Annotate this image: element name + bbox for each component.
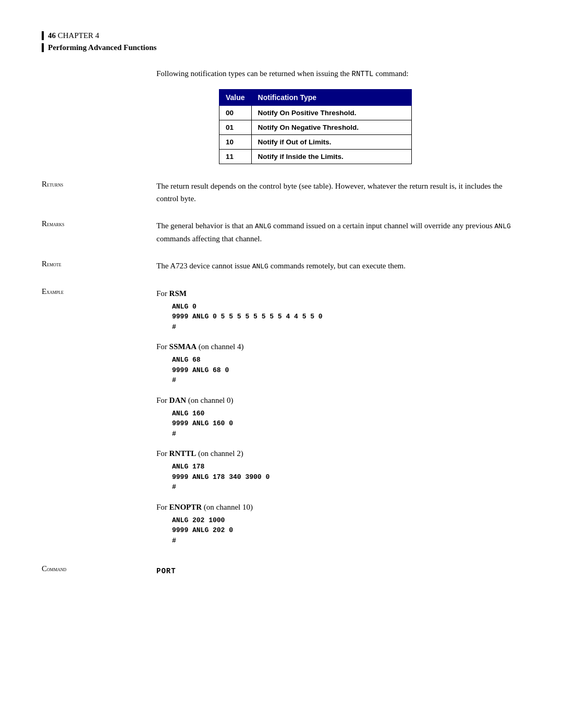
code-line: ANLG 160 bbox=[172, 409, 521, 419]
table-cell-value: 11 bbox=[219, 150, 252, 164]
table-row: 10Notify if Out of Limits. bbox=[219, 135, 412, 150]
chapter-label: CHAPTER 4 bbox=[58, 31, 100, 40]
table-header-row: Value Notification Type bbox=[219, 90, 412, 106]
command-label: Command bbox=[42, 564, 156, 577]
code-line: ANLG 0 bbox=[172, 302, 521, 312]
rnttl-bold: RNTTL bbox=[169, 449, 197, 458]
table-row: 01Notify On Negative Threshold. bbox=[219, 120, 412, 135]
rsm-for-label: For RSM bbox=[156, 287, 521, 300]
remarks-body: The general behavior is that an ANLG com… bbox=[156, 219, 521, 249]
table-row: 11Notify if Inside the Limits. bbox=[219, 150, 412, 164]
ssmaa-code: ANLG 689999 ANLG 68 0# bbox=[172, 355, 521, 386]
remarks-label: Remarks bbox=[42, 219, 156, 249]
example-ssmaa: For SSMAA (on channel 4) ANLG 689999 ANL… bbox=[156, 340, 521, 386]
col-header-notification: Notification Type bbox=[251, 90, 411, 106]
ssmaa-for-label: For SSMAA (on channel 4) bbox=[156, 340, 521, 353]
example-dan: For DAN (on channel 0) ANLG 1609999 ANLG… bbox=[156, 394, 521, 439]
table-cell-value: 10 bbox=[219, 135, 252, 150]
chapter-bar: 46 CHAPTER 4 bbox=[42, 31, 99, 40]
returns-label: Returns bbox=[42, 180, 156, 209]
table-cell-notification: Notify if Inside the Limits. bbox=[251, 150, 411, 164]
returns-body: The return result depends on the control… bbox=[156, 180, 521, 209]
code-line: 9999 ANLG 68 0 bbox=[172, 365, 521, 376]
command-value: PORT bbox=[156, 567, 176, 575]
example-enoptr: For ENOPTR (on channel 10) ANLG 202 1000… bbox=[156, 501, 521, 546]
code-line: # bbox=[172, 429, 521, 439]
code-line: # bbox=[172, 482, 521, 492]
dan-for-label: For DAN (on channel 0) bbox=[156, 394, 521, 406]
section-title: Performing Advanced Functions bbox=[42, 43, 521, 52]
remote-body: The A723 device cannot issue ANLG comman… bbox=[156, 260, 521, 277]
code-line: # bbox=[172, 322, 521, 332]
code-line: ANLG 202 1000 bbox=[172, 515, 521, 526]
intro-text: Following notification types can be retu… bbox=[156, 68, 521, 80]
remote-label: Remote bbox=[42, 260, 156, 277]
intro-text1: Following notification types can be retu… bbox=[156, 69, 350, 78]
dan-code: ANLG 1609999 ANLG 160 0# bbox=[172, 409, 521, 439]
dan-bold: DAN bbox=[169, 396, 187, 404]
enoptr-bold: ENOPTR bbox=[169, 503, 202, 511]
table-container: Value Notification Type 00Notify On Posi… bbox=[219, 89, 521, 164]
page-number: 46 bbox=[48, 31, 56, 40]
rnttl-for-label: For RNTTL (on channel 2) bbox=[156, 447, 521, 460]
rsm-code: ANLG 09999 ANLG 0 5 5 5 5 5 5 5 5 4 4 5 … bbox=[172, 302, 521, 332]
code-line: 9999 ANLG 202 0 bbox=[172, 525, 521, 536]
table-cell-value: 00 bbox=[219, 106, 252, 120]
remote-section: Remote The A723 device cannot issue ANLG… bbox=[42, 260, 521, 277]
rsm-bold: RSM bbox=[169, 289, 187, 298]
table-cell-notification: Notify On Negative Threshold. bbox=[251, 120, 411, 135]
remarks-section: Remarks The general behavior is that an … bbox=[42, 219, 521, 249]
table-row: 00Notify On Positive Threshold. bbox=[219, 106, 412, 120]
table-cell-notification: Notify On Positive Threshold. bbox=[251, 106, 411, 120]
table-cell-notification: Notify if Out of Limits. bbox=[251, 135, 411, 150]
col-header-value: Value bbox=[219, 90, 252, 106]
code-line: 9999 ANLG 160 0 bbox=[172, 418, 521, 429]
code-line: ANLG 68 bbox=[172, 355, 521, 365]
intro-command: RNTTL bbox=[352, 70, 374, 78]
command-section: Command PORT bbox=[42, 564, 521, 577]
example-rsm: For RSM ANLG 09999 ANLG 0 5 5 5 5 5 5 5 … bbox=[156, 287, 521, 332]
example-section: Example For RSM ANLG 09999 ANLG 0 5 5 5 … bbox=[42, 287, 521, 554]
ssmaa-bold: SSMAA bbox=[169, 342, 197, 351]
code-line: 9999 ANLG 0 5 5 5 5 5 5 5 5 4 4 5 5 0 bbox=[172, 312, 521, 322]
enoptr-code: ANLG 202 10009999 ANLG 202 0# bbox=[172, 515, 521, 546]
rnttl-code: ANLG 1789999 ANLG 178 340 3900 0# bbox=[172, 462, 521, 492]
example-label: Example bbox=[42, 287, 156, 554]
remarks-text: The general behavior is that an ANLG com… bbox=[156, 219, 521, 245]
intro-text2: command: bbox=[375, 69, 408, 78]
example-rnttl: For RNTTL (on channel 2) ANLG 1789999 AN… bbox=[156, 447, 521, 492]
page-header: 46 CHAPTER 4 bbox=[42, 31, 521, 40]
code-line: 9999 ANLG 178 340 3900 0 bbox=[172, 472, 521, 483]
code-line: ANLG 178 bbox=[172, 462, 521, 472]
returns-section: Returns The return result depends on the… bbox=[42, 180, 521, 209]
table-cell-value: 01 bbox=[219, 120, 252, 135]
returns-text: The return result depends on the control… bbox=[156, 180, 521, 205]
code-line: # bbox=[172, 375, 521, 386]
example-body: For RSM ANLG 09999 ANLG 0 5 5 5 5 5 5 5 … bbox=[156, 287, 521, 554]
remote-text: The A723 device cannot issue ANLG comman… bbox=[156, 260, 521, 273]
enoptr-for-label: For ENOPTR (on channel 10) bbox=[156, 501, 521, 513]
command-body: PORT bbox=[156, 564, 521, 577]
code-line: # bbox=[172, 536, 521, 546]
notification-table: Value Notification Type 00Notify On Posi… bbox=[219, 89, 412, 164]
